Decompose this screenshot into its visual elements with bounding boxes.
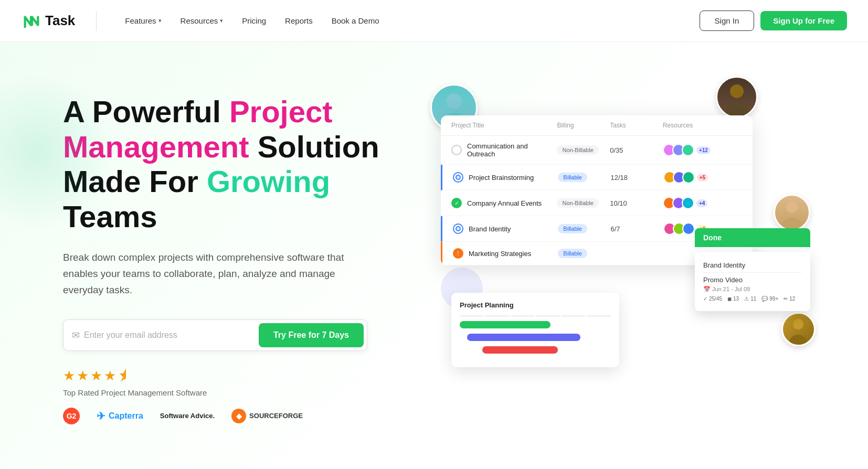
- done-card-body: Brand Identity Promo Video 📅 Jun 21 - Ju…: [695, 252, 810, 311]
- heading-management: Management: [63, 130, 249, 164]
- resources-stack: +12: [663, 144, 742, 156]
- done-item-2: Promo Video 📅 Jun 21 - Jul 09 ✓ 25/45 ◼ …: [703, 273, 802, 305]
- table-row: Project Brainstorming Billable 12/18 +5: [441, 165, 753, 190]
- done-date: 📅 Jun 21 - Jul 09: [703, 286, 802, 293]
- svg-point-4: [786, 201, 798, 213]
- tasks-count: 6/7: [611, 225, 663, 233]
- hero-right: Project Title Billing Tasks Resources Co…: [409, 73, 826, 388]
- star-3: ★: [90, 368, 102, 384]
- capterra-logo: ✈ Capterra: [97, 410, 143, 422]
- try-free-button[interactable]: Try Free for 7 Days: [259, 323, 364, 347]
- svg-point-5: [782, 218, 802, 229]
- stat-count4: ✏ 12: [784, 296, 795, 302]
- svg-point-3: [725, 103, 748, 116]
- project-name: ✓ Company Annual Events: [451, 198, 557, 208]
- g2-icon: G2: [63, 408, 80, 424]
- project-icon-circle: [451, 145, 462, 155]
- rating-section: ★ ★ ★ ★ ⯨ Top Rated Project Management S…: [63, 368, 388, 424]
- avatar-top-right: [716, 76, 758, 118]
- plan-card: Project Planning: [451, 293, 619, 367]
- project-icon-orange: !: [453, 248, 463, 259]
- project-name: ! Marketing Strategies: [453, 248, 558, 259]
- done-item-1: Brand Identity: [703, 258, 802, 273]
- billing-badge: Non-Billable: [557, 198, 598, 208]
- star-rating: ★ ★ ★ ★ ⯨: [63, 368, 388, 384]
- tasks-count: 12/18: [611, 174, 663, 182]
- chevron-down-icon: ▾: [158, 17, 162, 24]
- nav-actions: Sign In Sign Up for Free: [700, 10, 847, 31]
- col-billing: Billing: [557, 122, 610, 129]
- svg-point-6: [793, 319, 803, 329]
- gantt-bar-green: [460, 321, 551, 328]
- project-name: Communication and Outreach: [451, 142, 557, 158]
- stat-tasks: ✓ 25/45: [703, 296, 722, 302]
- software-advice-logo: Software Advice.: [160, 412, 215, 420]
- resources-stack: +4: [663, 197, 742, 209]
- svg-point-7: [790, 335, 807, 345]
- project-icon-check: ✓: [451, 198, 462, 208]
- navbar: Task Features ▾ Resources ▾ Pricing Repo…: [0, 0, 868, 42]
- more-badge: +5: [697, 174, 708, 182]
- star-1: ★: [63, 368, 75, 384]
- signup-button[interactable]: Sign Up for Free: [760, 11, 847, 30]
- col-resources: Resources: [663, 122, 742, 129]
- hero-left: A Powerful Project Management Solution M…: [63, 73, 388, 424]
- done-stats: ✓ 25/45 ◼ 13 ⚠ 11 💬 99+ ✏ 12: [703, 296, 802, 302]
- chevron-down-icon: ▾: [220, 17, 223, 24]
- ntask-logo-icon: [21, 11, 41, 31]
- billing-badge: Billable: [558, 173, 587, 182]
- billing-badge: Non-Billable: [557, 145, 598, 155]
- table-row: ✓ Company Annual Events Non-Billable 10/…: [441, 190, 753, 216]
- star-4: ★: [104, 368, 116, 384]
- table-header: Project Title Billing Tasks Resources: [441, 115, 753, 136]
- partner-logos: G2 ✈ Capterra Software Advice. ◆ SOURCEF…: [63, 408, 388, 424]
- hero-heading: A Powerful Project Management Solution M…: [63, 94, 388, 235]
- stat-count2: ⚠ 11: [744, 296, 756, 302]
- logo-text: Task: [45, 13, 75, 29]
- nav-resources[interactable]: Resources ▾: [173, 12, 231, 29]
- star-5: ⯨: [118, 368, 131, 384]
- project-icon-blue2: [453, 223, 463, 234]
- billing-badge: Billable: [558, 249, 587, 258]
- more-badge: +12: [696, 146, 711, 154]
- timeline-grid: [460, 315, 611, 317]
- more-badge: +4: [696, 199, 707, 207]
- email-icon: ✉: [72, 329, 80, 341]
- col-project-title: Project Title: [451, 122, 557, 129]
- nav-features[interactable]: Features ▾: [118, 12, 168, 29]
- avatar-bottom-right: [781, 312, 816, 346]
- calendar-icon: 📅: [703, 286, 711, 292]
- tasks-count: 10/10: [610, 199, 663, 207]
- sourceforge-logo: ◆ SOURCEFORGE: [231, 409, 303, 423]
- plan-title: Project Planning: [460, 301, 611, 309]
- email-input[interactable]: [84, 331, 255, 340]
- sourceforge-icon: ◆: [231, 409, 246, 423]
- nav-reports[interactable]: Reports: [278, 12, 320, 29]
- hero-subtext: Break down complex projects with compreh…: [63, 249, 357, 299]
- gantt-bar-blue: [467, 334, 580, 341]
- svg-point-0: [446, 93, 462, 109]
- nav-book-demo[interactable]: Book a Demo: [324, 12, 387, 29]
- svg-point-2: [730, 84, 744, 98]
- signin-button[interactable]: Sign In: [700, 10, 755, 31]
- rating-text: Top Rated Project Management Software: [63, 388, 388, 397]
- logo-area[interactable]: Task: [21, 11, 97, 31]
- avatar-mid-right: [774, 194, 810, 231]
- project-icon-blue: [453, 172, 463, 183]
- tasks-count: 0/35: [610, 146, 663, 154]
- resources-stack: +5: [663, 171, 742, 184]
- gantt-bar-red: [482, 346, 558, 354]
- email-form: ✉ Try Free for 7 Days: [63, 319, 367, 351]
- stat-count1: ◼ 13: [727, 296, 739, 302]
- project-name: Brand Identity: [453, 223, 558, 234]
- nav-links: Features ▾ Resources ▾ Pricing Reports B…: [118, 12, 699, 29]
- project-name: Project Brainstorming: [453, 172, 558, 183]
- table-row: Communication and Outreach Non-Billable …: [441, 136, 753, 165]
- capterra-arrow-icon: ✈: [97, 410, 105, 422]
- g2-logo: G2: [63, 408, 80, 424]
- done-card-header: Done: [695, 228, 810, 247]
- col-tasks: Tasks: [610, 122, 663, 129]
- star-2: ★: [77, 368, 89, 384]
- hero-section: A Powerful Project Management Solution M…: [0, 42, 868, 469]
- nav-pricing[interactable]: Pricing: [235, 12, 273, 29]
